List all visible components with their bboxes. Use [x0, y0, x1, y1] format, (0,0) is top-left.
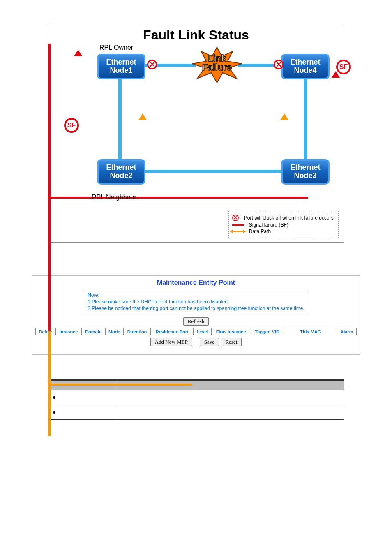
ring-link [145, 170, 281, 173]
add-new-mep-button[interactable]: Add New MEP [150, 338, 192, 346]
note-heading: Note: [88, 292, 99, 298]
rpl-owner-label: RPL Owner [99, 44, 133, 51]
mep-table: Delete Instance Domain Mode Direction Re… [35, 328, 357, 335]
sf-icon: SF [64, 118, 79, 133]
note-box: Note: 1.Please make sure the DHCP client… [85, 290, 307, 314]
col-flow-instance: Flow Instance [211, 328, 251, 335]
port-block-icon: ✕ [232, 215, 239, 221]
col-level: Level [194, 328, 211, 335]
legend-text: : Port will block off when link failure … [241, 215, 335, 221]
ring-link [118, 79, 122, 161]
save-button[interactable]: Save [200, 338, 219, 346]
col-tagged-vid: Tagged VID [251, 328, 284, 335]
bullet-icon [53, 411, 55, 414]
arrow-up-icon [280, 113, 288, 120]
note-line: 1.Please make sure the DHCP client funct… [88, 299, 229, 305]
table-row [48, 390, 344, 405]
signal-failure-line [48, 199, 51, 331]
data-path-line [48, 386, 51, 436]
legend-box: ✕: Port will block off when link failure… [228, 211, 339, 238]
arrow-up-icon [74, 50, 82, 56]
bullet-icon [53, 396, 55, 399]
col-alarm: Alarm [337, 328, 356, 335]
mep-title: Maintenance Entity Point [32, 279, 360, 287]
mep-panel: Maintenance Entity Point Note: 1.Please … [32, 275, 360, 355]
ethernet-node-2: EthernetNode2 [97, 159, 145, 185]
port-block-icon: ✕ [274, 60, 284, 69]
fault-link-diagram: Fault Link Status RPL Owner RPL Neighbou… [48, 25, 344, 243]
col-delete: Delete [35, 328, 55, 335]
link-failure-text: LinkFailure [192, 54, 242, 72]
table-row [48, 405, 344, 419]
mep-table-header-row: Delete Instance Domain Mode Direction Re… [35, 328, 356, 335]
arrow-up-icon [138, 113, 147, 120]
rpl-neighbour-label: RPL Neighbour [92, 194, 136, 201]
data-path-line [48, 331, 51, 384]
ethernet-node-1: EthernetNode1 [97, 54, 145, 79]
col-this-mac: This MAC [284, 328, 337, 335]
col-mode: Mode [105, 328, 123, 335]
sf-icon: SF [336, 60, 351, 74]
signal-failure-line [48, 197, 308, 199]
ethernet-node-3: EthernetNode3 [281, 159, 330, 185]
port-block-icon: ✕ [147, 60, 157, 69]
ring-link [304, 79, 307, 161]
signal-failure-line-icon [232, 224, 244, 226]
legend-text: : Signal failure (SF) [246, 222, 288, 228]
col-domain: Domain [81, 328, 105, 335]
ethernet-node-4: EthernetNode4 [281, 54, 330, 79]
col-instance: Instance [56, 328, 82, 335]
diagram-title: Fault Link Status [48, 25, 344, 44]
reset-button[interactable]: Reset [221, 338, 242, 346]
refresh-button[interactable]: Refresh [183, 317, 209, 326]
legend-text: : Data Path [246, 229, 271, 234]
col-direction: Direction [123, 328, 150, 335]
data-path-line [48, 384, 192, 386]
note-line: 2.Please be noticed that the ring port c… [88, 305, 304, 311]
signal-failure-line [48, 44, 51, 197]
data-path-line-icon [232, 231, 244, 232]
col-residence-port: Residence Port [151, 328, 194, 335]
